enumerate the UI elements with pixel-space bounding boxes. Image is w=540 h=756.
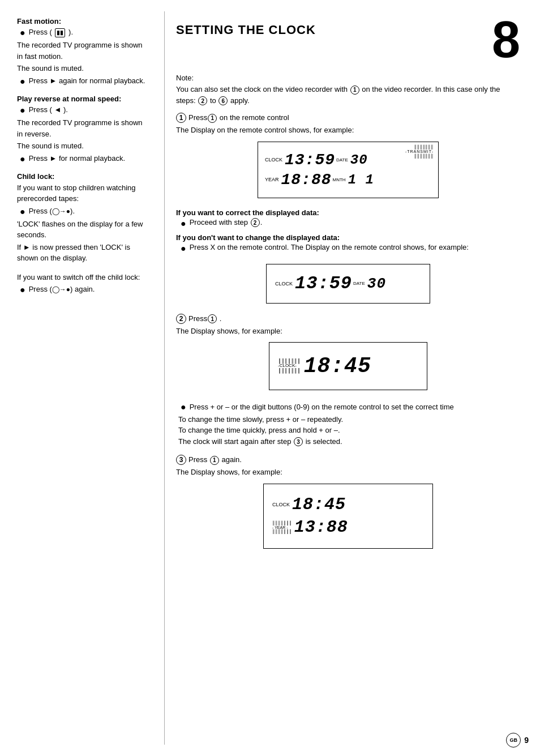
bullet-text: Press ( ▮▮ ). — [29, 27, 73, 37]
date-label: DATE — [336, 157, 348, 163]
bullet-dot: ● — [20, 153, 25, 164]
if-correct-block: If you want to correct the displayed dat… — [176, 208, 520, 229]
display3-row: ║║║║║║║-CLOCK-║║║║║║║ 18:45 — [278, 354, 418, 378]
bullet-dot: ● — [20, 284, 25, 295]
if-no-change-title: If you don't want to change the displaye… — [176, 233, 520, 242]
note-text-2: To change the time slowly, press + or – … — [176, 414, 520, 425]
bullet-dot: ● — [181, 402, 186, 412]
note-label: Note: — [176, 74, 520, 82]
bullet-item: ● Press ► for normal playback. — [17, 153, 150, 164]
bullet-text: Press ► for normal playback. — [29, 153, 125, 164]
mnth-label: MNTH — [333, 177, 346, 182]
if-correct-bullet: ● Proceed with step 2. — [176, 218, 520, 229]
gb-badge: GB — [506, 733, 521, 748]
play-reverse-title: Play reverse at normal speed: — [17, 95, 150, 103]
display-box-3: ║║║║║║║-CLOCK-║║║║║║║ 18:45 — [269, 342, 427, 390]
circle-icon-2: 1 — [208, 314, 217, 323]
display-box-1: ║║║║║║║ -TRANSMIT- ║║║║║║║ CLOCK 13:59 D… — [258, 142, 439, 198]
bullet-item: ● Press ( ▮▮ ). — [17, 27, 150, 38]
step3-text: Press 1 again. — [188, 455, 242, 465]
step2-subtext: The Display shows, for example: — [176, 326, 520, 337]
circle-icon-3: 1 — [210, 456, 219, 465]
step1-num: 1 — [176, 113, 186, 123]
clock-label-4: CLOCK — [272, 502, 290, 507]
circle-3: 3 — [294, 437, 303, 446]
bullet-item: ● Press (◯→●) again. — [17, 284, 150, 295]
if-correct-title: If you want to correct the displayed dat… — [176, 208, 520, 217]
note-text: You can also set the clock on the video … — [176, 84, 520, 106]
body-text: The sound is muted. — [17, 140, 150, 152]
step2-text: Press1 . — [188, 314, 221, 324]
note-text-3: To change the time quickly, press and ho… — [176, 425, 520, 436]
clock-digits: 13:59 — [285, 151, 335, 169]
if-no-change-block: If you don't want to change the displaye… — [176, 233, 520, 254]
bullet-item: ● Press ( ◄ ). — [17, 105, 150, 116]
date-label-2: DATE — [353, 281, 365, 286]
step1-text: Press1 on the remote control — [188, 113, 289, 123]
step3-subtext: The Display shows, for example: — [176, 467, 520, 478]
display-row2: YEAR 18:88 MNTH 1 1 — [265, 171, 431, 189]
step1-line: 1 Press1 on the remote control — [176, 113, 520, 123]
bullet-dot: ● — [20, 76, 25, 87]
clock-digits-4: 18:45 — [292, 495, 346, 514]
bullet-text: Press (◯→●). — [29, 206, 75, 216]
circle-6: 6 — [218, 96, 228, 105]
display-row1: CLOCK 13:59 DATE 30 — [265, 151, 431, 169]
clock-label: CLOCK — [265, 157, 282, 163]
step2-num: 2 — [176, 314, 186, 324]
body-text: The sound is muted. — [17, 63, 150, 74]
page-footer: GB 9 — [506, 733, 529, 748]
date-digits: 30 — [350, 152, 368, 168]
child-lock-title: Child lock: — [17, 172, 150, 181]
page-number: 9 — [524, 736, 529, 745]
step2-notes: ● Press + or – or the digit buttons (0-9… — [176, 402, 520, 447]
step2-line: 2 Press1 . — [176, 314, 520, 324]
body-text: If you want to switch off the child lock… — [17, 272, 150, 283]
bullet-dot: ● — [20, 206, 25, 217]
clock-label-2: CLOCK — [275, 281, 293, 287]
circle-2: 2 — [198, 96, 207, 105]
bullet-item: ● Press ► again for normal playback. — [17, 76, 150, 87]
page-header: SETTING THE CLOCK 8 — [176, 17, 520, 65]
display4-row1: CLOCK 18:45 — [272, 495, 424, 514]
body-text: The recorded TV programme is shown in re… — [17, 117, 150, 139]
bullet-dot: ● — [20, 105, 25, 116]
body-text: The recorded TV programme is shown in fa… — [17, 40, 150, 62]
bullet-dot: ● — [181, 243, 186, 254]
child-lock-section: Child lock: If you want to stop children… — [17, 172, 150, 296]
ff-icon: ▮▮ — [55, 28, 65, 37]
if-correct-text: Proceed with step 2. — [190, 218, 263, 228]
bullet-item: ● Press (◯→●). — [17, 206, 150, 217]
display-box-2: CLOCK 13:59 DATE 30 — [266, 264, 430, 304]
display4-row2: ║║║║║║║- YEAR -║║║║║║║ 13:88 — [272, 518, 424, 537]
chapter-number: 8 — [492, 14, 520, 65]
year-digits-4: 13:88 — [294, 518, 348, 537]
fast-motion-section: Fast motion: ● Press ( ▮▮ ). The recorde… — [17, 17, 150, 87]
page-container: Fast motion: ● Press ( ▮▮ ). The recorde… — [11, 11, 529, 745]
bullet-text: Press (◯→●) again. — [29, 284, 95, 294]
if-no-change-text: Press X on the remote control. The Displ… — [190, 243, 469, 251]
column-divider — [164, 11, 165, 745]
display-box-4: CLOCK 18:45 ║║║║║║║- YEAR -║║║║║║║ 13:88 — [263, 484, 433, 549]
date-digits-2: 30 — [367, 275, 386, 292]
bullet-dot: ● — [20, 27, 25, 38]
circle-1: 1 — [350, 86, 359, 95]
step1-subtext: The Display on the remote control shows,… — [176, 125, 520, 136]
clock-digits-3: 18:45 — [304, 354, 371, 378]
year-label-4: ║║║║║║║- YEAR -║║║║║║║ — [272, 521, 292, 534]
page-title: SETTING THE CLOCK — [176, 23, 316, 37]
clock-label-3: ║║║║║║║-CLOCK-║║║║║║║ — [278, 359, 301, 374]
mnth-digits: 1 1 — [348, 172, 374, 187]
circle-2a: 2 — [251, 218, 260, 227]
play-reverse-section: Play reverse at normal speed: ● Press ( … — [17, 95, 150, 164]
year-digits: 18:88 — [281, 171, 332, 189]
note-text-1: Press + or – or the digit buttons (0-9) … — [190, 402, 454, 413]
bullet-text: Press ► again for normal playback. — [29, 76, 145, 86]
bullet-dot: ● — [181, 218, 186, 229]
step3-num: 3 — [176, 455, 186, 465]
body-text: If you want to stop children watching pr… — [17, 182, 150, 204]
note-bullet-1: ● Press + or – or the digit buttons (0-9… — [176, 402, 520, 413]
bullet-text: Press ( ◄ ). — [29, 105, 68, 115]
display2-row: CLOCK 13:59 DATE 30 — [275, 273, 421, 294]
right-column: SETTING THE CLOCK 8 Note: You can also s… — [170, 11, 529, 745]
